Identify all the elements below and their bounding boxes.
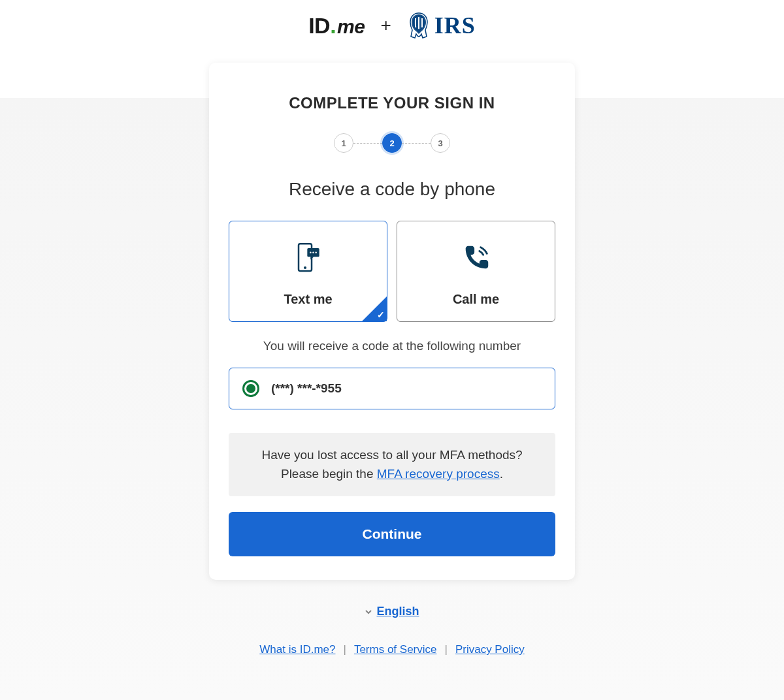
selected-check-icon bbox=[362, 296, 387, 321]
step-line bbox=[353, 143, 382, 144]
mfa-recovery-notice: Have you lost access to all your MFA met… bbox=[229, 433, 555, 496]
svg-point-8 bbox=[315, 251, 317, 253]
delivery-options: Text me Call me bbox=[229, 221, 555, 322]
call-me-option[interactable]: Call me bbox=[397, 221, 555, 322]
helper-text: You will receive a code at the following… bbox=[229, 339, 555, 353]
step-2: 2 bbox=[382, 133, 402, 153]
footer: English What is ID.me? | Terms of Servic… bbox=[259, 605, 524, 656]
irs-text: IRS bbox=[434, 12, 476, 39]
svg-rect-2 bbox=[421, 18, 423, 27]
subtitle: Receive a code by phone bbox=[229, 179, 555, 200]
footer-links: What is ID.me? | Terms of Service | Priv… bbox=[259, 643, 524, 656]
radio-selected-icon bbox=[246, 384, 255, 393]
separator: | bbox=[343, 643, 346, 656]
what-is-link[interactable]: What is ID.me? bbox=[259, 643, 335, 656]
text-me-option[interactable]: Text me bbox=[229, 221, 387, 322]
plus-icon: + bbox=[380, 15, 391, 36]
phone-option[interactable]: (***) ***-*955 bbox=[229, 368, 555, 409]
irs-eagle-icon bbox=[407, 12, 431, 39]
notice-suffix: . bbox=[500, 467, 503, 481]
idme-dot: . bbox=[330, 13, 336, 39]
separator: | bbox=[444, 643, 447, 656]
continue-button[interactable]: Continue bbox=[229, 512, 555, 556]
privacy-link[interactable]: Privacy Policy bbox=[455, 643, 525, 656]
call-me-label: Call me bbox=[453, 292, 499, 307]
chevron-down-icon bbox=[365, 608, 372, 616]
phone-number: (***) ***-*955 bbox=[271, 381, 342, 396]
svg-point-6 bbox=[310, 251, 312, 253]
svg-point-4 bbox=[303, 266, 306, 269]
phone-radio[interactable] bbox=[242, 380, 259, 397]
language-selector[interactable]: English bbox=[365, 605, 419, 618]
progress-stepper: 1 2 3 bbox=[229, 133, 555, 153]
step-3: 3 bbox=[431, 133, 450, 153]
page-title: COMPLETE YOUR SIGN IN bbox=[229, 94, 555, 112]
partner-logos: ID.me + IRS bbox=[308, 0, 476, 55]
phone-call-icon bbox=[458, 240, 495, 276]
phone-text-icon bbox=[290, 240, 327, 276]
svg-rect-1 bbox=[418, 17, 419, 29]
mfa-recovery-link[interactable]: MFA recovery process bbox=[377, 467, 500, 481]
signin-card: COMPLETE YOUR SIGN IN 1 2 3 Receive a co… bbox=[209, 63, 575, 580]
svg-point-7 bbox=[312, 251, 314, 253]
notice-line1: Have you lost access to all your MFA met… bbox=[261, 448, 522, 462]
step-line bbox=[402, 143, 431, 144]
step-1: 1 bbox=[334, 133, 353, 153]
idme-me-text: me bbox=[337, 16, 365, 38]
svg-rect-0 bbox=[415, 18, 416, 27]
language-label: English bbox=[376, 605, 419, 618]
terms-link[interactable]: Terms of Service bbox=[354, 643, 437, 656]
text-me-label: Text me bbox=[284, 292, 332, 307]
notice-prefix: Please begin the bbox=[281, 467, 377, 481]
irs-logo: IRS bbox=[407, 12, 476, 39]
idme-id-text: ID bbox=[308, 13, 330, 39]
idme-logo: ID.me bbox=[308, 13, 365, 39]
